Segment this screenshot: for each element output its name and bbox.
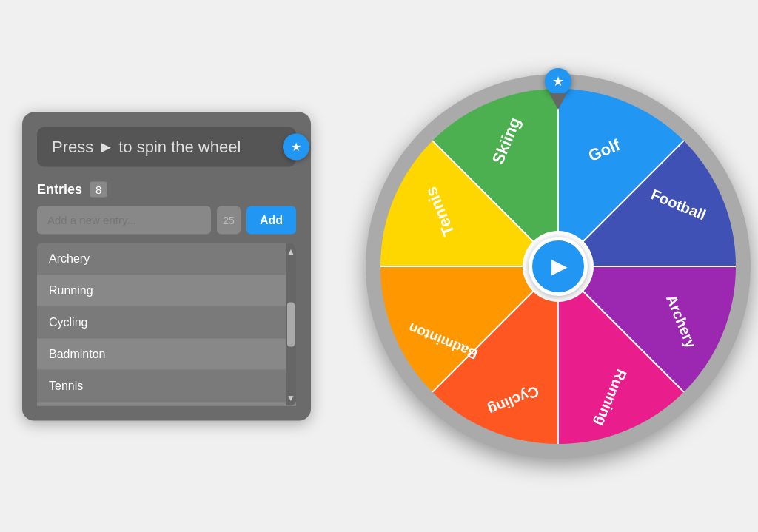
wheel-outer: ★ Golf Football Archery bbox=[366, 74, 751, 459]
add-entry-input[interactable] bbox=[37, 206, 211, 234]
entries-count: 8 bbox=[90, 181, 107, 197]
list-item[interactable]: Cycling bbox=[37, 306, 296, 338]
pointer-star-icon: ★ bbox=[552, 73, 564, 90]
entries-header: Entries 8 bbox=[37, 181, 296, 197]
spin-label: Press ► to spin the wheel bbox=[52, 137, 241, 156]
list-item[interactable]: Running bbox=[37, 275, 296, 306]
scroll-bar[interactable]: ▲ ▼ bbox=[286, 243, 296, 405]
spin-button-bar[interactable]: Press ► to spin the wheel ★ bbox=[37, 127, 296, 166]
wheel-center-play-button[interactable]: ▶ bbox=[529, 237, 588, 296]
char-count: 25 bbox=[217, 206, 241, 234]
list-item[interactable]: Badminton bbox=[37, 338, 296, 370]
wheel-section: ★ Golf Football Archery bbox=[366, 74, 751, 459]
play-icon: ▶ bbox=[551, 254, 568, 278]
add-entry-row: 25 Add bbox=[37, 206, 296, 234]
list-item[interactable]: Archery bbox=[37, 243, 296, 275]
wheel-pointer: ★ bbox=[545, 68, 571, 95]
scroll-up-arrow[interactable]: ▲ bbox=[286, 246, 296, 256]
pointer-circle: ★ bbox=[545, 68, 571, 95]
entries-label: Entries bbox=[37, 181, 82, 197]
list-item[interactable]: Tennis bbox=[37, 370, 296, 402]
entries-scroll-wrapper: Archery Running Cycling Badminton Tennis… bbox=[37, 243, 296, 405]
main-container: Press ► to spin the wheel ★ Entries 8 25… bbox=[0, 0, 758, 532]
pointer-triangle bbox=[549, 93, 567, 110]
add-button[interactable]: Add bbox=[246, 206, 296, 234]
list-item[interactable]: Golf... bbox=[37, 402, 296, 405]
star-icon: ★ bbox=[291, 140, 301, 154]
entries-list: Archery Running Cycling Badminton Tennis… bbox=[37, 243, 296, 405]
left-panel: Press ► to spin the wheel ★ Entries 8 25… bbox=[22, 112, 311, 420]
star-badge: ★ bbox=[283, 133, 309, 160]
scroll-thumb[interactable] bbox=[287, 302, 295, 346]
wheel-canvas: Golf Football Archery Running Cycling bbox=[377, 85, 739, 448]
scroll-down-arrow[interactable]: ▼ bbox=[286, 392, 296, 403]
